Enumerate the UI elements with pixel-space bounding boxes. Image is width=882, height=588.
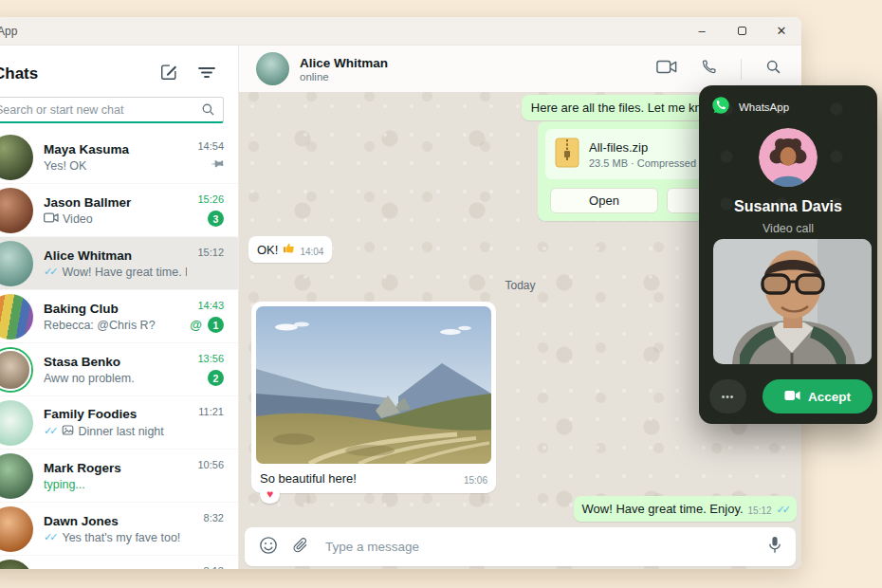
chat-name: Alice Whitman bbox=[44, 248, 187, 263]
search-in-chat-icon[interactable] bbox=[765, 59, 781, 79]
photo-thumbnail[interactable] bbox=[256, 306, 491, 464]
read-receipt-icon: ✓✓ bbox=[777, 504, 788, 516]
avatar bbox=[0, 400, 33, 446]
mic-icon[interactable] bbox=[768, 536, 781, 558]
unread-badge: 1 bbox=[208, 317, 224, 333]
chat-list-item-alice-whitman[interactable]: Alice Whitman ✓✓ Wow! Have great time. E… bbox=[0, 237, 238, 290]
search-input[interactable] bbox=[0, 97, 224, 123]
typing-indicator: typing... bbox=[44, 478, 85, 491]
chat-list-sidebar: Chats Maya Kasuma Yes! OK bbox=[0, 46, 239, 569]
chats-title: Chats bbox=[0, 64, 38, 84]
avatar-with-status-ring bbox=[0, 349, 31, 391]
window-controls: – ✕ bbox=[682, 17, 801, 45]
message-incoming-photo: So beautiful here! 15:06 ♥ bbox=[251, 302, 496, 493]
chat-name: Baking Club bbox=[44, 302, 179, 316]
chat-list-item-family-foodies[interactable]: Family Foodies ✓✓ Dinner last night 11:2… bbox=[0, 396, 238, 450]
contact-avatar bbox=[256, 52, 289, 85]
message-time: 15:12 bbox=[748, 505, 772, 516]
chat-list-item-jason-ballmer[interactable]: Jason Ballmer Video 15:26 3 bbox=[0, 184, 238, 237]
caller-avatar bbox=[759, 128, 818, 187]
chat-preview: Dinner last night bbox=[78, 425, 163, 438]
message-composer bbox=[245, 527, 796, 566]
chat-preview: Yes that's my fave too! bbox=[62, 531, 180, 544]
whatsapp-logo-icon bbox=[711, 96, 730, 119]
voice-call-icon[interactable] bbox=[701, 59, 717, 79]
thumbs-up-emoji bbox=[283, 242, 295, 257]
chat-list-item-maya-kasuma[interactable]: Maya Kasuma Yes! OK 14:54 bbox=[0, 131, 238, 184]
chat-time: 15:26 bbox=[197, 193, 224, 205]
chat-time: 8:32 bbox=[204, 512, 224, 524]
message-incoming-ok: OK! 14:04 bbox=[248, 236, 332, 263]
chat-time: 14:43 bbox=[197, 300, 224, 311]
chat-list-item-stasa-benko[interactable]: Stasa Benko Aww no problem. 13:56 2 bbox=[0, 343, 238, 396]
search-icon bbox=[201, 102, 215, 120]
self-video-preview bbox=[713, 239, 872, 364]
message-time: 14:04 bbox=[300, 247, 323, 257]
maximize-icon bbox=[738, 27, 746, 35]
accept-label: Accept bbox=[808, 390, 851, 404]
message-outgoing-wow: Wow! Have great time. Enjoy. 15:12 ✓✓ bbox=[574, 496, 798, 522]
chat-list-item-ziggy-woodley[interactable]: Ziggy Woodley 8:13 bbox=[0, 556, 238, 569]
window-title: WhatsApp bbox=[0, 25, 17, 38]
chat-name: Stasa Benko bbox=[44, 355, 187, 369]
avatar bbox=[0, 241, 33, 286]
avatar bbox=[0, 560, 33, 570]
mention-icon: @ bbox=[190, 319, 202, 332]
chat-time: 10:56 bbox=[197, 459, 224, 470]
read-receipt-icon: ✓✓ bbox=[44, 531, 58, 543]
read-receipt-icon: ✓✓ bbox=[44, 425, 58, 437]
chat-list-item-dawn-jones[interactable]: Dawn Jones ✓✓ Yes that's my fave too! 8:… bbox=[0, 503, 238, 556]
message-time: 15:06 bbox=[464, 475, 487, 486]
incoming-call-popup: WhatsApp Susanna Davis Video call ••• Ac… bbox=[699, 85, 877, 424]
emoji-icon[interactable] bbox=[259, 536, 278, 559]
avatar bbox=[0, 135, 33, 180]
minimize-icon: – bbox=[698, 24, 705, 38]
call-more-options-button[interactable]: ••• bbox=[709, 379, 746, 413]
chat-preview: Aww no problem. bbox=[44, 372, 135, 385]
chat-time: 14:54 bbox=[197, 140, 224, 152]
message-text: OK! bbox=[257, 243, 278, 257]
chat-name: Jason Ballmer bbox=[44, 195, 187, 210]
accept-call-button[interactable]: Accept bbox=[763, 379, 873, 413]
photo-caption: So beautiful here! bbox=[260, 471, 357, 486]
message-text: Wow! Have great time. Enjoy. bbox=[582, 502, 744, 516]
chat-time: 15:12 bbox=[197, 247, 224, 258]
chat-list-item-baking-club[interactable]: Baking Club Rebecca: @Chris R? 14:43 @ 1 bbox=[0, 290, 238, 343]
chat-name: Dawn Jones bbox=[44, 514, 193, 528]
video-call-icon[interactable] bbox=[656, 60, 677, 78]
close-button[interactable]: ✕ bbox=[762, 17, 801, 45]
chat-preview: Rebecca: @Chris R? bbox=[44, 319, 156, 332]
unread-badge: 2 bbox=[208, 370, 224, 386]
open-file-button[interactable]: Open bbox=[550, 188, 658, 213]
popup-app-name: WhatsApp bbox=[739, 101, 789, 113]
chat-preview: Wow! Have great time. Enjoy. bbox=[62, 266, 187, 279]
video-camera-icon bbox=[784, 390, 800, 404]
chat-time: 13:56 bbox=[197, 353, 224, 364]
chat-time: 8:13 bbox=[204, 565, 224, 569]
more-options-icon: ••• bbox=[722, 392, 735, 402]
header-divider bbox=[741, 59, 742, 80]
avatar bbox=[0, 506, 33, 552]
titlebar: WhatsApp – ✕ bbox=[0, 17, 801, 46]
caller-name: Susanna Davis bbox=[699, 198, 877, 215]
contact-status: online bbox=[300, 71, 388, 83]
zip-file-icon bbox=[555, 138, 579, 171]
video-preview-icon bbox=[44, 212, 59, 226]
read-receipt-icon: ✓✓ bbox=[44, 266, 58, 278]
minimize-button[interactable]: – bbox=[682, 17, 722, 45]
unread-badge: 3 bbox=[208, 211, 224, 227]
message-input[interactable] bbox=[323, 539, 754, 555]
whatsapp-window: WhatsApp – ✕ Chats bbox=[0, 17, 801, 569]
chat-list-item-mark-rogers[interactable]: Mark Rogers typing... 10:56 bbox=[0, 450, 238, 503]
avatar bbox=[0, 453, 33, 499]
heart-reaction[interactable]: ♥ bbox=[260, 486, 280, 504]
avatar bbox=[0, 188, 33, 233]
filter-chats-icon[interactable] bbox=[198, 64, 215, 83]
maximize-button[interactable] bbox=[722, 17, 762, 45]
pin-icon bbox=[210, 156, 227, 173]
search-bar bbox=[0, 97, 224, 123]
attach-icon[interactable] bbox=[292, 537, 309, 558]
chat-name: Maya Kasuma bbox=[44, 142, 187, 156]
avatar bbox=[0, 294, 33, 340]
new-chat-icon[interactable] bbox=[159, 63, 178, 85]
